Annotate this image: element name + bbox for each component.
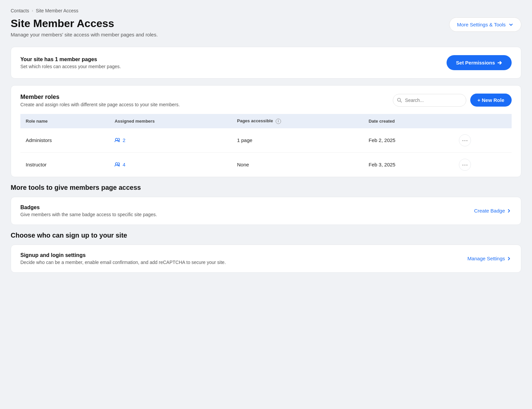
- signup-settings-card: Signup and login settings Decide who can…: [11, 245, 521, 273]
- col-date-created: Date created: [363, 114, 454, 128]
- member-roles-card: Member roles Create and assign roles wit…: [11, 85, 521, 177]
- members-count: 4: [122, 162, 125, 167]
- actions-cell: ⋯: [454, 128, 512, 153]
- members-icon: [114, 138, 120, 143]
- roles-table: Role name Assigned members Pages accessi…: [20, 114, 512, 177]
- breadcrumb-separator: ›: [32, 8, 33, 13]
- signup-settings-title: Signup and login settings: [20, 252, 226, 258]
- badges-description: Give members with the same badge access …: [20, 212, 157, 217]
- member-pages-title: Your site has 1 member pages: [20, 56, 121, 62]
- more-settings-button[interactable]: More Settings & Tools: [449, 17, 521, 32]
- search-icon: [397, 98, 402, 103]
- signup-section-title: Choose who can sign up to your site: [11, 232, 521, 239]
- role-name-cell: Instructor: [20, 152, 109, 177]
- chevron-right-icon: [506, 208, 512, 214]
- roles-actions: + New Role: [393, 94, 512, 107]
- pages-cell: 1 page: [232, 128, 363, 153]
- set-permissions-button[interactable]: Set Permissions: [447, 55, 512, 70]
- col-assigned-members: Assigned members: [109, 114, 232, 128]
- table-row: Instructor 4 None Feb 3, 2025 ⋯: [20, 152, 512, 177]
- set-permissions-label: Set Permissions: [456, 60, 495, 65]
- badges-info: Badges Give members with the same badge …: [20, 204, 157, 217]
- breadcrumb: Contacts › Site Member Access: [11, 8, 521, 13]
- member-pages-subtitle: Set which roles can access your member p…: [20, 64, 121, 69]
- manage-settings-label: Manage Settings: [467, 256, 505, 261]
- table-row: Administors 2 1 page Feb 2, 2025 ⋯: [20, 128, 512, 153]
- badges-card: Badges Give members with the same badge …: [11, 197, 521, 225]
- assigned-members-cell[interactable]: 4: [109, 152, 232, 177]
- col-pages-label: Pages accessible: [237, 118, 273, 123]
- search-wrapper: [393, 94, 466, 107]
- roles-title: Member roles: [20, 94, 180, 101]
- roles-description: Create and assign roles with different s…: [20, 102, 180, 107]
- breadcrumb-parent[interactable]: Contacts: [11, 8, 29, 13]
- create-badge-link[interactable]: Create Badge: [474, 208, 512, 214]
- manage-settings-link[interactable]: Manage Settings: [467, 256, 512, 261]
- breadcrumb-current: Site Member Access: [36, 8, 78, 13]
- page-title-block: Site Member Access Manage your members' …: [11, 17, 158, 37]
- svg-point-4: [115, 162, 118, 165]
- info-icon: i: [276, 119, 281, 124]
- signup-info: Signup and login settings Decide who can…: [20, 252, 226, 265]
- page-title: Site Member Access: [11, 17, 158, 30]
- col-pages-accessible: Pages accessible i: [232, 114, 363, 128]
- svg-line-2: [400, 101, 402, 102]
- table-header-row: Role name Assigned members Pages accessi…: [20, 114, 512, 128]
- more-tools-section-title: More tools to give members page access: [11, 184, 521, 191]
- role-name-cell: Administors: [20, 128, 109, 153]
- chevron-right-icon: [506, 256, 512, 261]
- row-more-menu-button[interactable]: ⋯: [459, 134, 471, 146]
- new-role-button[interactable]: + New Role: [470, 94, 512, 107]
- new-role-label: + New Role: [478, 97, 504, 103]
- row-more-menu-button[interactable]: ⋯: [459, 159, 471, 171]
- signup-settings-description: Decide who can be a member, enable email…: [20, 260, 226, 265]
- svg-point-3: [115, 138, 118, 140]
- col-actions: [454, 114, 512, 128]
- badges-title: Badges: [20, 204, 157, 211]
- date-cell: Feb 3, 2025: [363, 152, 454, 177]
- more-settings-label: More Settings & Tools: [457, 22, 506, 27]
- member-pages-info: Your site has 1 member pages Set which r…: [20, 56, 121, 69]
- create-badge-label: Create Badge: [474, 208, 505, 214]
- members-icon: [114, 162, 120, 167]
- assigned-members-cell[interactable]: 2: [109, 128, 232, 153]
- col-role-name: Role name: [20, 114, 109, 128]
- pages-cell: None: [232, 152, 363, 177]
- search-input[interactable]: [393, 94, 466, 107]
- roles-title-block: Member roles Create and assign roles wit…: [20, 94, 180, 107]
- page-subtitle: Manage your members' site access with me…: [11, 32, 158, 37]
- members-count: 2: [122, 137, 125, 143]
- member-pages-card: Your site has 1 member pages Set which r…: [11, 47, 521, 79]
- date-cell: Feb 2, 2025: [363, 128, 454, 153]
- chevron-down-icon: [508, 22, 514, 27]
- actions-cell: ⋯: [454, 152, 512, 177]
- arrow-right-icon: [497, 60, 502, 65]
